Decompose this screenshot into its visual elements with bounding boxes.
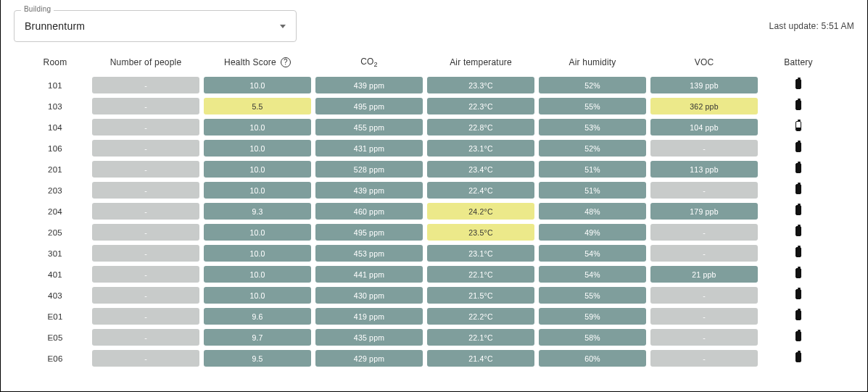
cell-health: 10.0 xyxy=(204,182,311,199)
cell-people: - xyxy=(92,308,199,325)
room-label: 104 xyxy=(22,123,88,132)
cell-co2: 435 ppm xyxy=(315,329,423,346)
room-label: 401 xyxy=(22,270,88,279)
cell-temp: 21.5°C xyxy=(427,287,534,304)
room-label: 301 xyxy=(22,249,88,258)
chevron-down-icon xyxy=(280,25,286,28)
col-battery[interactable]: Battery xyxy=(762,57,835,67)
cell-hum: 54% xyxy=(539,245,646,262)
cell-co2: 495 ppm xyxy=(315,98,423,114)
cell-health: 10.0 xyxy=(204,287,311,304)
cell-voc: - xyxy=(650,245,758,262)
cell-temp: 22.4°C xyxy=(427,182,534,199)
battery-cell xyxy=(762,184,835,196)
table-row: 106-10.0431 ppm23.1°C52%- xyxy=(22,140,846,157)
cell-people: - xyxy=(92,140,199,157)
col-health[interactable]: Health Score ? xyxy=(204,57,311,67)
table-row: 403-10.0430 ppm21.5°C55%- xyxy=(22,287,846,304)
cell-voc: - xyxy=(650,224,758,241)
table-row: 204-9.3460 ppm24.2°C48%179 ppb xyxy=(22,203,846,220)
cell-health: 10.0 xyxy=(204,224,311,241)
room-label: 205 xyxy=(22,228,88,237)
battery-cell xyxy=(762,121,835,133)
cell-health: 10.0 xyxy=(204,245,311,262)
cell-co2: 495 ppm xyxy=(315,224,423,241)
cell-voc: - xyxy=(650,287,758,304)
cell-people: - xyxy=(92,350,199,367)
battery-icon xyxy=(795,121,801,131)
room-label: E01 xyxy=(22,312,88,321)
cell-temp: 23.4°C xyxy=(427,161,534,178)
cell-hum: 51% xyxy=(539,161,646,178)
cell-voc: - xyxy=(650,350,758,367)
battery-cell xyxy=(762,247,835,259)
cell-health: 10.0 xyxy=(204,266,311,283)
cell-people: - xyxy=(92,182,199,199)
cell-temp: 24.2°C xyxy=(427,203,534,220)
battery-icon xyxy=(795,247,801,257)
building-selector[interactable]: Building Brunnenturm xyxy=(14,10,297,42)
col-temp[interactable]: Air temperature xyxy=(427,57,534,67)
table-header: Room Number of people Health Score ? CO2… xyxy=(22,57,846,68)
cell-voc: 179 ppb xyxy=(650,203,758,220)
cell-co2: 430 ppm xyxy=(315,287,423,304)
table-row: 101-10.0439 ppm23.3°C52%139 ppb xyxy=(22,77,846,93)
cell-people: - xyxy=(92,266,199,283)
col-voc[interactable]: VOC xyxy=(650,57,758,67)
cell-temp: 22.3°C xyxy=(427,98,534,114)
help-icon[interactable]: ? xyxy=(281,57,291,67)
cell-health: 9.5 xyxy=(204,350,311,367)
cell-hum: 55% xyxy=(539,98,646,114)
col-co2[interactable]: CO2 xyxy=(315,57,423,68)
battery-icon xyxy=(795,226,801,236)
battery-icon xyxy=(795,352,801,362)
cell-voc: - xyxy=(650,140,758,157)
cell-people: - xyxy=(92,287,199,304)
cell-health: 10.0 xyxy=(204,140,311,157)
cell-people: - xyxy=(92,77,199,93)
cell-voc: 104 ppb xyxy=(650,119,758,135)
col-people[interactable]: Number of people xyxy=(92,57,199,67)
cell-people: - xyxy=(92,329,199,346)
col-humidity[interactable]: Air humidity xyxy=(539,57,646,67)
battery-cell xyxy=(762,79,835,91)
battery-cell xyxy=(762,226,835,238)
table-row: 201-10.0528 ppm23.4°C51%113 ppb xyxy=(22,161,846,178)
building-selector-label: Building xyxy=(21,5,54,13)
room-label: 106 xyxy=(22,144,88,153)
cell-temp: 22.2°C xyxy=(427,308,534,325)
last-update: Last update: 5:51 AM xyxy=(769,21,854,31)
cell-temp: 22.1°C xyxy=(427,266,534,283)
col-room[interactable]: Room xyxy=(22,57,88,67)
cell-co2: 460 ppm xyxy=(315,203,423,220)
cell-people: - xyxy=(92,161,199,178)
cell-temp: 23.1°C xyxy=(427,245,534,262)
cell-hum: 48% xyxy=(539,203,646,220)
cell-co2: 453 ppm xyxy=(315,245,423,262)
room-label: 403 xyxy=(22,291,88,300)
cell-hum: 53% xyxy=(539,119,646,135)
battery-cell xyxy=(762,100,835,112)
cell-people: - xyxy=(92,98,199,114)
battery-icon xyxy=(795,184,801,194)
battery-cell xyxy=(762,142,835,154)
cell-hum: 55% xyxy=(539,287,646,304)
room-label: E06 xyxy=(22,354,88,363)
table-row: 104-10.0455 ppm22.8°C53%104 ppb xyxy=(22,119,846,135)
cell-voc: 362 ppb xyxy=(650,98,758,114)
room-label: 203 xyxy=(22,186,88,195)
battery-icon xyxy=(795,331,801,341)
cell-hum: 59% xyxy=(539,308,646,325)
cell-co2: 419 ppm xyxy=(315,308,423,325)
cell-temp: 21.4°C xyxy=(427,350,534,367)
battery-icon xyxy=(795,79,801,89)
cell-voc: 21 ppb xyxy=(650,266,758,283)
cell-temp: 23.3°C xyxy=(427,77,534,93)
cell-hum: 58% xyxy=(539,329,646,346)
battery-cell xyxy=(762,352,835,364)
cell-co2: 439 ppm xyxy=(315,77,423,93)
cell-hum: 52% xyxy=(539,140,646,157)
cell-co2: 429 ppm xyxy=(315,350,423,367)
cell-health: 10.0 xyxy=(204,161,311,178)
table-row: 401-10.0441 ppm22.1°C54%21 ppb xyxy=(22,266,846,283)
